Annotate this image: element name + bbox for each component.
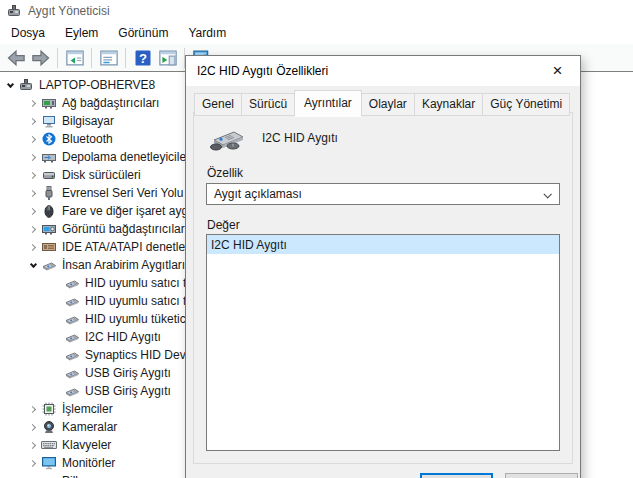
tree-item-label: LAPTOP-OBHERVE8: [39, 78, 155, 92]
window-titlebar: Aygıt Yöneticisi: [0, 0, 633, 21]
dialog-title: I2C HID Aygıtı Özellikleri: [197, 64, 328, 78]
chevron-collapsed-icon[interactable]: [27, 439, 40, 452]
menu-bar: DosyaEylemGörünümYardım: [0, 21, 633, 44]
hid-device-icon: [64, 365, 80, 381]
chevron-none: [50, 295, 63, 308]
tab-olaylar[interactable]: Olaylar: [361, 93, 415, 116]
dialog-tabs: GenelSürücüAyrıntılarOlaylarKaynaklarGüç…: [194, 90, 570, 116]
value-label: Değer: [207, 218, 240, 232]
network-adapter-icon: [41, 95, 57, 111]
tree-item-label: Kameralar: [62, 420, 117, 434]
toolbar-separator: [125, 48, 126, 68]
tab-kaynaklar[interactable]: Kaynaklar: [414, 93, 483, 116]
chevron-collapsed-icon[interactable]: [27, 97, 40, 110]
forward-icon[interactable]: [28, 46, 53, 70]
ok-button[interactable]: [420, 473, 493, 478]
value-list-item[interactable]: I2C HID Aygıtı: [207, 235, 559, 254]
property-label: Özellik: [207, 166, 243, 180]
chevron-none: [50, 277, 63, 290]
chevron-none: [50, 367, 63, 380]
keyboard-icon: [41, 437, 57, 453]
dialog-titlebar[interactable]: I2C HID Aygıtı Özellikleri: [186, 56, 580, 86]
ide-controller-icon: [41, 239, 57, 255]
tree-item-label: Klavyeler: [62, 438, 111, 452]
tab-g-y-netimi[interactable]: Güç Yönetimi: [482, 93, 570, 116]
chevron-down-icon: [543, 190, 551, 198]
display-adapter-icon: [41, 221, 57, 237]
usb-controller-icon: [41, 185, 57, 201]
value-listbox[interactable]: I2C HID Aygıtı: [206, 234, 560, 451]
chevron-collapsed-icon[interactable]: [27, 241, 40, 254]
tree-item-label: Monitörler: [62, 456, 115, 470]
back-icon[interactable]: [3, 46, 28, 70]
tab-ayr-nt-lar[interactable]: Ayrıntılar: [294, 90, 362, 117]
chevron-collapsed-icon[interactable]: [27, 169, 40, 182]
device-manager-icon: [6, 3, 22, 19]
menu-yardim[interactable]: Yardım: [178, 22, 236, 44]
chevron-none: [50, 331, 63, 344]
property-select[interactable]: Aygıt açıklaması: [206, 183, 560, 205]
chevron-collapsed-icon[interactable]: [27, 223, 40, 236]
tree-item-label: Görüntü bağdaştırıcıları: [62, 222, 188, 236]
camera-icon: [41, 419, 57, 435]
property-select-value: Aygıt açıklaması: [214, 187, 302, 201]
chevron-collapsed-icon[interactable]: [27, 115, 40, 128]
bluetooth-icon: [41, 131, 57, 147]
hid-device-icon: [41, 257, 57, 273]
tab-s-r-c-[interactable]: Sürücü: [241, 93, 295, 116]
close-icon[interactable]: ×: [535, 56, 580, 85]
toolbar-separator: [57, 48, 58, 68]
cpu-icon: [41, 401, 57, 417]
tree-item-label: Bilgisayar: [62, 114, 114, 128]
menu-dosya[interactable]: Dosya: [1, 22, 55, 44]
computer-icon: [41, 113, 57, 129]
menu-eylem[interactable]: Eylem: [55, 22, 108, 44]
console-tree-icon[interactable]: [62, 46, 87, 70]
cancel-button[interactable]: [505, 473, 578, 478]
tree-item-label: Disk sürücüleri: [62, 168, 141, 182]
action-pane-icon[interactable]: [155, 46, 180, 70]
tree-item-label: USB Giriş Aygıtı: [85, 384, 171, 398]
tab-genel[interactable]: Genel: [194, 93, 242, 116]
tree-item-label: USB Giriş Aygıtı: [85, 366, 171, 380]
tree-item-label: Depolama denetleyicileri: [62, 150, 193, 164]
hid-device-icon: [64, 383, 80, 399]
tree-item-label: Piller: [62, 474, 89, 478]
chevron-collapsed-icon[interactable]: [27, 457, 40, 470]
help-icon[interactable]: ?: [130, 46, 155, 70]
chevron-collapsed-icon[interactable]: [27, 187, 40, 200]
chevron-collapsed-icon[interactable]: [27, 205, 40, 218]
device-header: I2C HID Aygıtı: [208, 123, 338, 153]
device-name: I2C HID Aygıtı: [262, 131, 338, 145]
monitor-icon: [41, 455, 57, 471]
tree-item-label: Bluetooth: [62, 132, 113, 146]
toolbar-separator: [91, 48, 92, 68]
storage-controller-icon: [41, 149, 57, 165]
hid-device-icon: [64, 311, 80, 327]
menu-gorunum[interactable]: Görünüm: [108, 22, 178, 44]
computer-root-icon: [18, 77, 34, 93]
hid-device-icon: [64, 293, 80, 309]
properties-dialog: I2C HID Aygıtı Özellikleri × GenelSürücü…: [185, 55, 581, 478]
tree-item-label: Synaptics HID Device: [85, 348, 201, 362]
chevron-expanded-icon[interactable]: [4, 79, 17, 92]
chevron-collapsed-icon[interactable]: [27, 151, 40, 164]
chevron-none: [50, 349, 63, 362]
chevron-collapsed-icon[interactable]: [27, 475, 40, 478]
chevron-none: [50, 385, 63, 398]
properties-icon[interactable]: [96, 46, 121, 70]
hid-device-icon: [64, 275, 80, 291]
hid-device-icon: [64, 347, 80, 363]
chevron-collapsed-icon[interactable]: [27, 403, 40, 416]
chevron-collapsed-icon[interactable]: [27, 133, 40, 146]
tree-item-label: Ağ bağdaştırıcıları: [62, 96, 159, 110]
hid-device-icon: [64, 329, 80, 345]
mouse-icon: [41, 203, 57, 219]
hid-device-icon: [208, 123, 248, 153]
svg-text:?: ?: [138, 51, 146, 66]
chevron-collapsed-icon[interactable]: [27, 421, 40, 434]
chevron-none: [50, 313, 63, 326]
chevron-expanded-icon[interactable]: [27, 259, 40, 272]
details-tab-panel: I2C HID Aygıtı Özellik Aygıt açıklaması …: [193, 112, 573, 464]
tree-item-label: I2C HID Aygıtı: [85, 330, 161, 344]
